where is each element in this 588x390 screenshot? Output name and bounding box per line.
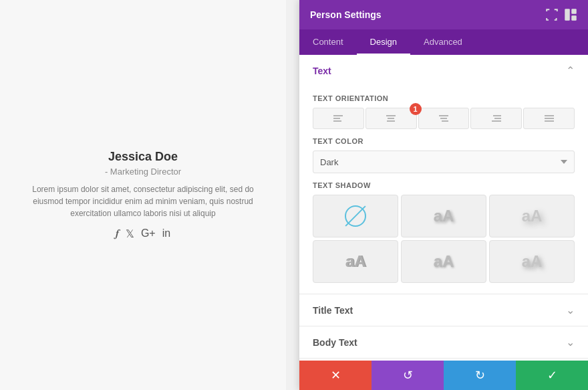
svg-rect-16 [545,118,554,119]
svg-rect-3 [333,115,343,116]
svg-rect-14 [492,120,501,122]
svg-rect-2 [571,15,577,21]
orient-btn-2[interactable]: 1 [365,108,417,129]
fullscreen-icon[interactable] [545,8,559,21]
panel-title: Person Settings [310,9,382,20]
svg-rect-10 [440,118,447,119]
shadow-text-5: aA [522,252,543,271]
text-section-title: Text [313,66,331,76]
no-shadow-icon [345,205,366,227]
svg-rect-1 [571,9,577,14]
googleplus-icon: G+ [141,227,156,240]
orient-btn-5[interactable] [523,108,575,129]
undo-button[interactable]: ↺ [372,361,444,390]
orient-btn-3[interactable] [418,108,470,129]
header-icons [545,8,577,21]
social-icons: 𝒇 𝕏 G+ in [16,227,270,240]
shadow-btn-1[interactable]: aA [401,195,486,237]
twitter-icon: 𝕏 [126,227,134,240]
shadow-btn-none[interactable] [313,195,398,237]
svg-rect-6 [386,115,396,116]
shadow-text-1: aA [434,207,454,225]
person-name: Jessica Doe [16,150,270,164]
shadow-btn-3[interactable]: aA [313,240,398,283]
body-text-section: Body Text ⌄ [299,326,588,359]
text-section: Text ⌃ Text Orientation 1 [299,55,588,294]
shadow-grid: aA aA aA aA aA [313,195,575,283]
redo-button[interactable]: ↻ [444,361,516,390]
text-chevron-up-icon: ⌃ [566,64,575,77]
text-color-select[interactable]: Dark Light Custom [313,151,575,173]
orientation-grid: 1 [313,108,575,129]
title-text-section: Title Text ⌄ [299,294,588,326]
title-text-chevron-icon: ⌄ [566,304,575,316]
person-title: - Marketing Director [16,167,270,177]
body-text-section-title: Body Text [313,337,357,348]
panel-body[interactable]: Text ⌃ Text Orientation 1 [299,55,588,361]
svg-rect-13 [494,118,501,119]
cancel-button[interactable]: ✕ [299,361,372,390]
svg-rect-4 [333,118,340,119]
shadow-btn-4[interactable]: aA [401,240,486,283]
person-bio: Lorem ipsum dolor sit amet, consectetur … [16,183,270,219]
body-text-chevron-icon: ⌄ [566,336,575,349]
tab-design[interactable]: Design [357,29,410,55]
orientation-label: Text Orientation [313,94,575,102]
shadow-text-3: aA [345,252,366,271]
svg-rect-17 [545,120,554,122]
svg-rect-8 [387,120,395,122]
shadow-text-2: aA [522,207,543,225]
shadow-text-4: aA [434,252,454,271]
title-text-section-header[interactable]: Title Text ⌄ [299,294,588,326]
svg-rect-15 [545,115,554,116]
svg-rect-0 [565,9,570,21]
text-section-header[interactable]: Text ⌃ [299,55,588,86]
title-text-section-title: Title Text [313,305,353,316]
svg-rect-7 [388,118,394,119]
tab-content[interactable]: Content [299,29,357,55]
tabs: Content Design Advanced [299,29,588,55]
linkedin-icon: in [162,227,170,240]
person-card: Jessica Doe - Marketing Director Lorem i… [3,136,283,254]
text-section-content: Text Orientation 1 [299,94,588,294]
color-label: Text Color [313,137,575,145]
body-text-section-header[interactable]: Body Text ⌄ [299,326,588,358]
facebook-icon: 𝒇 [116,227,119,240]
orientation-badge: 1 [410,103,422,115]
svg-rect-11 [442,120,448,122]
panel-footer: ✕ ↺ ↻ ✓ [299,361,588,390]
shadow-btn-5[interactable]: aA [489,240,575,283]
tab-advanced[interactable]: Advanced [410,29,476,55]
svg-rect-9 [439,115,448,116]
settings-panel: Person Settings Content Design Advanced … [299,0,588,390]
preview-area: Jessica Doe - Marketing Director Lorem i… [0,0,286,390]
save-button[interactable]: ✓ [516,361,588,390]
svg-rect-5 [333,120,341,122]
layout-icon[interactable] [564,8,577,21]
orient-btn-1[interactable] [313,108,364,129]
svg-rect-12 [493,115,501,116]
shadow-label: Text Shadow [313,181,575,189]
shadow-btn-2[interactable]: aA [489,195,575,237]
panel-header: Person Settings [299,0,588,29]
orient-btn-4[interactable] [470,108,522,129]
